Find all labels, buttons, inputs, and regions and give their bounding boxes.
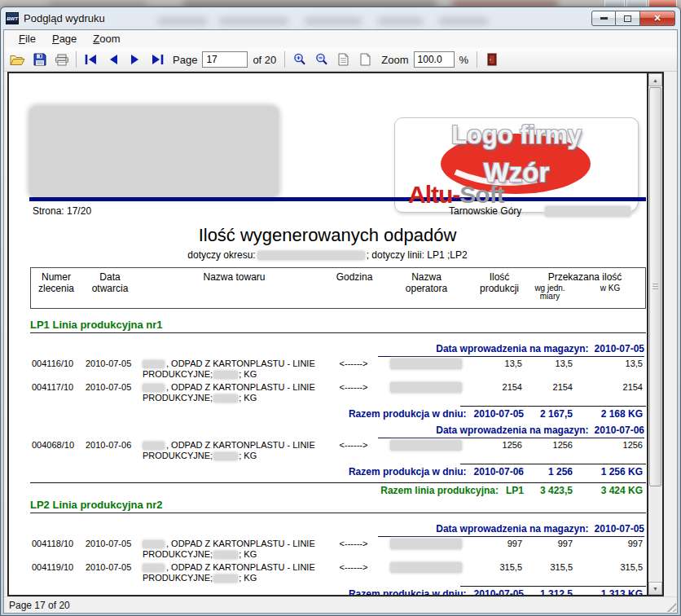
table-row: 004117/10 2010-07-05 , ODPAD Z KARTONPLA… (30, 382, 646, 404)
zoom-label: Zoom (381, 54, 408, 66)
redacted-operator (390, 382, 462, 393)
section-total-row: Razem linia produkcyjna:LP1 3 423,5 3 42… (30, 483, 646, 497)
redacted-product-code (143, 360, 165, 368)
open-folder-icon (10, 54, 25, 66)
menu-file[interactable]: File (11, 31, 44, 47)
scroll-up-icon: ▲ (652, 77, 658, 83)
day-total-row: Razem produkcja w dniu:2010-07-06 1 256 … (30, 464, 646, 478)
redacted-product-code (143, 384, 165, 392)
warehouse-date-row: Data wprowadzenia na magazyn:2010-07-05 (30, 523, 646, 537)
exit-door-icon (486, 53, 498, 66)
zoom-input[interactable] (414, 51, 455, 68)
warehouse-date-row: Data wprowadzenia na magazyn:2010-07-06 (30, 425, 646, 438)
prev-page-button[interactable] (102, 50, 124, 70)
redacted-product-code (213, 371, 238, 379)
header-divider (29, 197, 646, 201)
save-button[interactable] (29, 50, 51, 70)
zoom-in-icon (292, 52, 307, 67)
zoom-in-button[interactable] (288, 50, 310, 70)
statusbar: Page 17 of 20 (4, 596, 677, 613)
table-row: 004118/10 2010-07-05 , ODPAD Z KARTONPLA… (30, 539, 646, 561)
print-button[interactable] (51, 50, 72, 70)
toolbar: Page of 20 (4, 48, 677, 72)
menu-page[interactable]: Page (44, 31, 85, 47)
last-page-button[interactable] (146, 50, 168, 70)
background-blur (49, 0, 147, 7)
report-title: Ilość wygenerowanych odpadów (20, 225, 635, 246)
redacted-product-code (213, 394, 238, 403)
status-text: Page 17 of 20 (9, 600, 70, 611)
menu-zoom[interactable]: Zoom (85, 31, 128, 47)
redacted-operator (390, 539, 462, 549)
client-area: File Page Zoom (3, 29, 678, 614)
redacted-operator (390, 562, 462, 573)
print-preview-window: BWT Podgląd wydruku ✕ File Page Zoom (0, 7, 681, 616)
printer-icon (55, 54, 69, 66)
day-total-row: Razem produkcja w dniu:2010-07-05 1 312,… (30, 587, 646, 595)
report-page: Logo firmy Wzór Altu-Soft Strona: 17/20 … (9, 73, 648, 595)
table-row: 004119/10 2010-07-05 , ODPAD Z KARTONPLA… (30, 562, 646, 584)
redacted-product-code (143, 442, 165, 450)
preview-area: Logo firmy Wzór Altu-Soft Strona: 17/20 … (7, 72, 664, 596)
whole-page-icon (359, 53, 371, 66)
redacted-product-code (143, 540, 165, 548)
logo-watermark-line1: Logo firmy (395, 121, 638, 150)
scroll-down-button[interactable]: ▼ (648, 582, 662, 595)
redacted-company-header (29, 106, 279, 198)
redacted-operator (390, 359, 462, 369)
scroll-up-button[interactable]: ▲ (648, 73, 662, 86)
vertical-scrollbar[interactable]: ▲ ▼ (648, 73, 662, 595)
zoom-out-icon (314, 52, 329, 67)
section-header-lp1: LP1 Linia produkcyjna nr1 (30, 319, 646, 333)
minimize-icon (600, 17, 608, 20)
close-button[interactable]: ✕ (640, 11, 675, 26)
minimize-button[interactable] (591, 11, 616, 26)
whole-page-button[interactable] (354, 50, 376, 70)
maximize-icon (624, 15, 631, 22)
report-subtitle: dotyczy okresu:; dotyczy linii: LP1 ;LP2 (20, 249, 635, 261)
redacted-product-code (143, 564, 165, 572)
first-page-icon (84, 54, 99, 65)
logo-watermark-line2: Wzór (395, 157, 638, 188)
section-header-lp2: LP2 Linia produkcyjna nr2 (30, 499, 646, 513)
fit-width-page-icon (337, 53, 349, 66)
scroll-thumb[interactable] (649, 87, 661, 486)
next-page-icon (129, 54, 142, 65)
app-icon: BWT (6, 12, 19, 24)
table-row: 004068/10 2010-07-06 , ODPAD Z KARTONPLA… (30, 440, 646, 462)
zoom-out-button[interactable] (310, 50, 332, 70)
redacted-operator (390, 440, 462, 451)
redacted-product-code (213, 551, 238, 559)
maximize-button[interactable] (616, 11, 640, 26)
close-icon: ✕ (653, 13, 661, 24)
page-count-label: of 20 (253, 54, 276, 66)
save-floppy-icon (33, 53, 46, 66)
first-page-button[interactable] (80, 50, 102, 70)
warehouse-date-row: Data wprowadzenia na magazyn:2010-07-05 (30, 343, 646, 357)
redacted-date (545, 206, 630, 217)
report-table: Numerzlecenia Dataotwarcia Nazwa towaru … (30, 267, 646, 595)
table-header: Numerzlecenia Dataotwarcia Nazwa towaru … (30, 267, 646, 309)
page-label: Page (173, 54, 197, 66)
titlebar[interactable]: BWT Podgląd wydruku ✕ (3, 7, 678, 29)
resize-grip[interactable] (665, 601, 676, 612)
page-number-label: Strona: 17/20 (33, 205, 91, 217)
next-page-button[interactable] (124, 50, 146, 70)
redacted-product-code (213, 574, 238, 583)
table-row: 004116/10 2010-07-05 , ODPAD Z KARTONPLA… (30, 359, 646, 381)
exit-button[interactable] (481, 50, 503, 70)
fit-width-button[interactable] (332, 50, 354, 70)
prev-page-icon (107, 54, 120, 65)
redacted-product-code (213, 452, 238, 460)
last-page-icon (150, 54, 165, 65)
redacted-period (257, 251, 365, 260)
day-total-row: Razem produkcja w dniu:2010-07-05 2 167,… (30, 407, 646, 420)
menubar: File Page Zoom (4, 30, 677, 48)
page-input[interactable] (202, 51, 248, 68)
percent-label: % (459, 54, 469, 66)
open-button[interactable] (7, 50, 29, 70)
window-title: Podgląd wydruku (24, 12, 105, 24)
scroll-down-icon: ▼ (652, 586, 658, 592)
